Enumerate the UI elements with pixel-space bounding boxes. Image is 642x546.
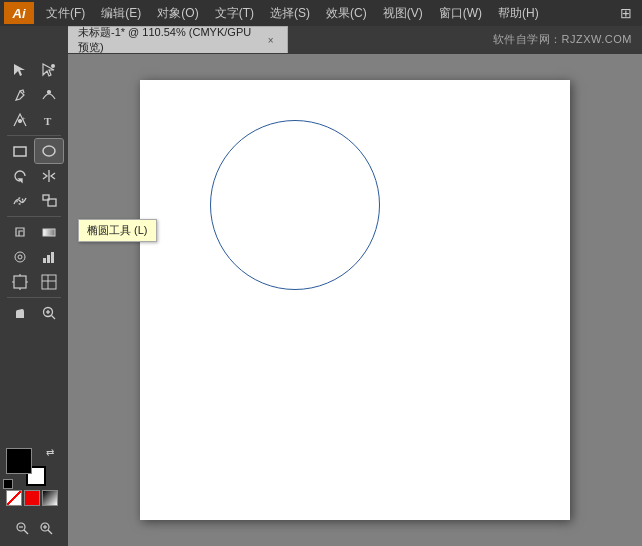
tab-title: 未标题-1* @ 110.54% (CMYK/GPU 预览) (78, 25, 258, 55)
tab-close-button[interactable]: × (264, 33, 277, 47)
svg-rect-15 (43, 258, 46, 263)
small-swatches (6, 490, 58, 506)
pen-tool[interactable] (6, 83, 34, 107)
document-canvas (140, 80, 570, 520)
fill-swatch[interactable] (6, 448, 32, 474)
toolbar: + T (0, 54, 68, 546)
artboard-tool[interactable] (6, 270, 34, 294)
direct-select-tool[interactable] (35, 58, 63, 82)
curvature-tool[interactable] (35, 83, 63, 107)
menu-select[interactable]: 选择(S) (262, 0, 318, 26)
menu-effect[interactable]: 效果(C) (318, 0, 375, 26)
tool-row-anchor: + T (6, 108, 63, 132)
symbol-tool[interactable] (6, 245, 34, 269)
type-tool[interactable]: T (35, 108, 63, 132)
menu-text[interactable]: 文字(T) (207, 0, 262, 26)
tool-row-hand (6, 301, 63, 325)
layout-icon[interactable]: ⊞ (614, 5, 638, 21)
svg-text:T: T (44, 115, 52, 127)
add-anchor-tool[interactable]: + (6, 108, 34, 132)
zoom-larger-button[interactable] (35, 518, 57, 538)
ai-logo: Ai (4, 2, 34, 24)
gradient-tool[interactable] (35, 220, 63, 244)
swap-colors-icon[interactable]: ⇄ (46, 447, 54, 458)
ellipse-tool[interactable] (35, 139, 63, 163)
menu-edit[interactable]: 编辑(E) (93, 0, 149, 26)
svg-line-34 (48, 530, 52, 534)
svg-text:+: + (22, 115, 26, 121)
red-swatch[interactable] (24, 490, 40, 506)
select-tool[interactable] (6, 58, 34, 82)
scale-tool[interactable] (35, 189, 63, 213)
main-layout: + T (0, 54, 642, 546)
tool-row-select (6, 58, 63, 82)
tab-spacer (0, 26, 68, 53)
svg-point-0 (51, 64, 55, 68)
zoom-tools (11, 518, 57, 538)
chart-tool[interactable] (35, 245, 63, 269)
separator-3 (7, 297, 61, 298)
canvas-area: 椭圆工具 (L) (68, 54, 642, 546)
tool-row-paint (6, 220, 63, 244)
tool-row-warp (6, 189, 63, 213)
tooltip-text: 椭圆工具 (L) (87, 224, 148, 236)
separator-2 (7, 216, 61, 217)
hand-tool[interactable] (6, 301, 34, 325)
reflect-tool[interactable] (35, 164, 63, 188)
tab-bar: 未标题-1* @ 110.54% (CMYK/GPU 预览) × 软件自学网：R… (0, 26, 642, 54)
svg-point-1 (47, 91, 50, 94)
menu-bar: 文件(F) 编辑(E) 对象(O) 文字(T) 选择(S) 效果(C) 视图(V… (38, 0, 638, 26)
menu-window[interactable]: 窗口(W) (431, 0, 490, 26)
warp-tool[interactable] (6, 189, 34, 213)
menu-view[interactable]: 视图(V) (375, 0, 431, 26)
separator-1 (7, 135, 61, 136)
ellipse-object (210, 120, 380, 290)
color-area: ⇄ (6, 448, 58, 506)
tab-right-area: 软件自学网：RJZXW.COM (288, 26, 642, 53)
rotate-tool[interactable] (6, 164, 34, 188)
svg-rect-5 (14, 147, 26, 156)
document-tab[interactable]: 未标题-1* @ 110.54% (CMYK/GPU 预览) × (68, 26, 288, 53)
menu-object[interactable]: 对象(O) (149, 0, 206, 26)
svg-rect-23 (42, 275, 56, 289)
tool-row-slice (6, 270, 63, 294)
default-colors-icon[interactable] (3, 479, 13, 489)
svg-point-6 (43, 146, 55, 156)
svg-rect-17 (51, 252, 54, 263)
tool-row-pen (6, 83, 63, 107)
none-swatch[interactable] (6, 490, 22, 506)
rectangle-tool[interactable] (6, 139, 34, 163)
menu-file[interactable]: 文件(F) (38, 0, 93, 26)
svg-point-14 (18, 255, 22, 259)
zoom-in-tool[interactable] (35, 301, 63, 325)
svg-line-31 (24, 530, 28, 534)
menu-help[interactable]: 帮助(H) (490, 0, 547, 26)
svg-point-13 (15, 252, 25, 262)
svg-rect-11 (43, 229, 55, 236)
title-bar: Ai 文件(F) 编辑(E) 对象(O) 文字(T) 选择(S) 效果(C) 视… (0, 0, 642, 26)
fill-stroke-indicator: ⇄ (6, 448, 46, 486)
svg-rect-16 (47, 255, 50, 263)
tool-row-chart (6, 245, 63, 269)
svg-rect-18 (14, 276, 26, 288)
zoom-smaller-button[interactable] (11, 518, 33, 538)
paintbucket-tool[interactable] (6, 220, 34, 244)
slice-tool[interactable] (35, 270, 63, 294)
tool-row-transform (6, 164, 63, 188)
svg-line-27 (51, 316, 55, 320)
software-info: 软件自学网：RJZXW.COM (493, 32, 633, 47)
gradient-swatch[interactable] (42, 490, 58, 506)
tool-row-shapes (6, 139, 63, 163)
